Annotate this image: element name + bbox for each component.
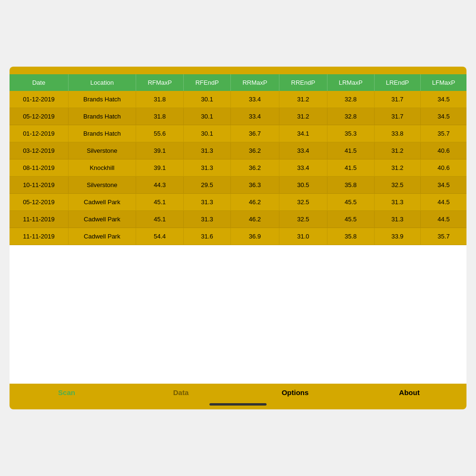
- value-cell: 31.3: [184, 194, 230, 211]
- value-cell: 32.5: [374, 177, 420, 194]
- date-cell: 01-12-2019: [10, 125, 68, 142]
- date-cell: 03-12-2019: [10, 142, 68, 159]
- value-cell: 41.5: [327, 142, 374, 159]
- column-header: LREndP: [374, 74, 420, 91]
- home-indicator: [10, 403, 466, 409]
- value-cell: 31.2: [279, 108, 327, 125]
- date-cell: 05-12-2019: [10, 108, 68, 125]
- value-cell: 35.3: [327, 125, 374, 142]
- value-cell: 34.1: [279, 125, 327, 142]
- value-cell: 32.8: [327, 108, 374, 125]
- value-cell: 45.5: [327, 194, 374, 211]
- nav-item-options[interactable]: Options: [238, 388, 352, 397]
- value-cell: 31.3: [184, 142, 230, 159]
- table-row[interactable]: 03-12-2019Silverstone39.131.336.233.441.…: [10, 142, 466, 159]
- value-cell: 35.8: [327, 177, 374, 194]
- location-cell: Silverstone: [68, 142, 136, 159]
- value-cell: 32.5: [279, 211, 327, 228]
- location-cell: Knockhill: [68, 159, 136, 177]
- phone-frame: DateLocationRFMaxPRFEndPRRMaxPRREndPLRMa…: [10, 67, 466, 409]
- value-cell: 31.7: [374, 108, 420, 125]
- app-container: DateLocationRFMaxPRFEndPRRMaxPRREndPLRMa…: [0, 0, 476, 476]
- date-cell: 05-12-2019: [10, 194, 68, 211]
- value-cell: 31.8: [136, 108, 184, 125]
- value-cell: 31.3: [374, 194, 420, 211]
- bottom-nav: ScanDataOptionsAbout: [10, 384, 466, 403]
- value-cell: 30.1: [184, 125, 230, 142]
- value-cell: 45.1: [136, 194, 184, 211]
- column-header: RRMaxP: [230, 74, 279, 91]
- value-cell: 31.2: [279, 91, 327, 108]
- value-cell: 46.2: [230, 194, 279, 211]
- table-row[interactable]: 05-12-2019Cadwell Park45.131.346.232.545…: [10, 194, 466, 211]
- value-cell: 40.6: [421, 142, 466, 159]
- value-cell: 34.5: [421, 91, 466, 108]
- value-cell: 44.5: [421, 211, 466, 228]
- column-header: RFEndP: [184, 74, 230, 91]
- value-cell: 35.8: [327, 228, 374, 245]
- value-cell: 36.9: [230, 228, 279, 245]
- value-cell: 36.2: [230, 159, 279, 177]
- value-cell: 44.5: [421, 194, 466, 211]
- value-cell: 29.5: [184, 177, 230, 194]
- toolbar: [10, 67, 466, 74]
- value-cell: 30.1: [184, 108, 230, 125]
- table-row[interactable]: 08-11-2019Knockhill39.131.336.233.441.53…: [10, 159, 466, 177]
- table-row[interactable]: 01-12-2019Brands Hatch31.830.133.431.232…: [10, 91, 466, 108]
- column-header: LRMaxP: [327, 74, 374, 91]
- value-cell: 54.4: [136, 228, 184, 245]
- column-header: Date: [10, 74, 68, 91]
- value-cell: 32.5: [279, 194, 327, 211]
- value-cell: 45.5: [327, 211, 374, 228]
- date-cell: 11-11-2019: [10, 228, 68, 245]
- table-header-row: DateLocationRFMaxPRFEndPRRMaxPRREndPLRMa…: [10, 74, 466, 91]
- table-row[interactable]: 11-11-2019Cadwell Park45.131.346.232.545…: [10, 211, 466, 228]
- value-cell: 35.7: [421, 125, 466, 142]
- value-cell: 31.7: [374, 91, 420, 108]
- table-row[interactable]: 10-11-2019Silverstone44.329.536.330.535.…: [10, 177, 466, 194]
- value-cell: 31.2: [374, 142, 420, 159]
- value-cell: 46.2: [230, 211, 279, 228]
- value-cell: 33.8: [374, 125, 420, 142]
- value-cell: 45.1: [136, 211, 184, 228]
- records-table: DateLocationRFMaxPRFEndPRRMaxPRREndPLRMa…: [10, 74, 466, 245]
- column-header: LFMaxP: [421, 74, 466, 91]
- value-cell: 33.4: [230, 91, 279, 108]
- location-cell: Brands Hatch: [68, 108, 136, 125]
- table-row[interactable]: 01-12-2019Brands Hatch55.630.136.734.135…: [10, 125, 466, 142]
- table-row[interactable]: 11-11-2019Cadwell Park54.431.636.931.035…: [10, 228, 466, 245]
- column-header: RFMaxP: [136, 74, 184, 91]
- value-cell: 31.0: [279, 228, 327, 245]
- value-cell: 33.4: [279, 142, 327, 159]
- date-cell: 01-12-2019: [10, 91, 68, 108]
- value-cell: 33.4: [230, 108, 279, 125]
- value-cell: 31.6: [184, 228, 230, 245]
- nav-item-about[interactable]: About: [352, 388, 466, 397]
- location-cell: Silverstone: [68, 177, 136, 194]
- value-cell: 35.7: [421, 228, 466, 245]
- date-cell: 11-11-2019: [10, 211, 68, 228]
- value-cell: 40.6: [421, 159, 466, 177]
- value-cell: 30.5: [279, 177, 327, 194]
- value-cell: 36.7: [230, 125, 279, 142]
- nav-item-scan[interactable]: Scan: [10, 388, 124, 397]
- date-cell: 10-11-2019: [10, 177, 68, 194]
- nav-item-data[interactable]: Data: [124, 388, 238, 397]
- value-cell: 34.5: [421, 108, 466, 125]
- home-bar: [209, 403, 267, 406]
- value-cell: 31.2: [374, 159, 420, 177]
- value-cell: 39.1: [136, 159, 184, 177]
- value-cell: 32.8: [327, 91, 374, 108]
- column-header: Location: [68, 74, 136, 91]
- value-cell: 36.3: [230, 177, 279, 194]
- value-cell: 31.3: [184, 211, 230, 228]
- value-cell: 31.8: [136, 91, 184, 108]
- location-cell: Cadwell Park: [68, 194, 136, 211]
- table-row[interactable]: 05-12-2019Brands Hatch31.830.133.431.232…: [10, 108, 466, 125]
- value-cell: 33.9: [374, 228, 420, 245]
- column-header: RREndP: [279, 74, 327, 91]
- value-cell: 31.3: [184, 159, 230, 177]
- value-cell: 33.4: [279, 159, 327, 177]
- value-cell: 31.3: [374, 211, 420, 228]
- location-cell: Cadwell Park: [68, 228, 136, 245]
